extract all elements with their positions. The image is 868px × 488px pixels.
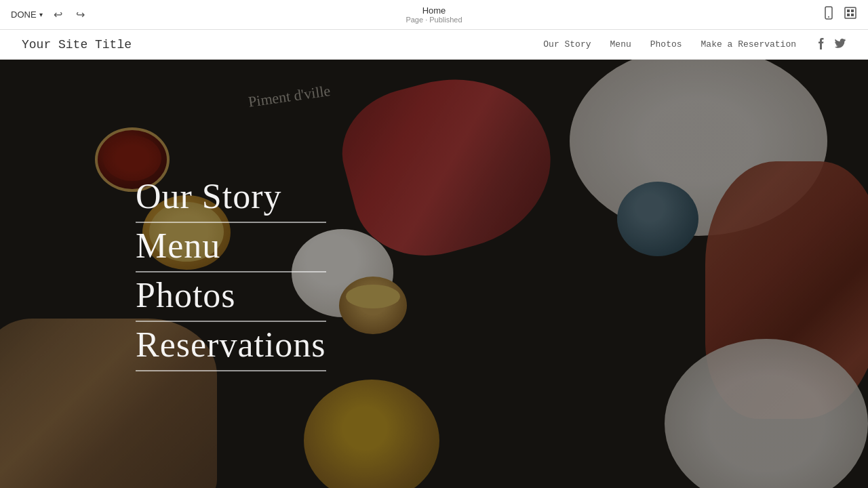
hero-overlay [0, 60, 868, 488]
twitter-icon[interactable] [834, 37, 846, 52]
page-status: Page · Published [406, 16, 462, 24]
hero-nav-menu[interactable]: Menu [136, 226, 326, 272]
svg-point-1 [828, 16, 829, 18]
svg-rect-4 [851, 9, 854, 12]
squarespace-icon[interactable] [844, 6, 857, 23]
site-nav: Our Story Menu Photos Make a Reservation [543, 37, 846, 52]
svg-rect-5 [847, 14, 850, 16]
svg-rect-3 [847, 9, 850, 12]
done-chevron: ▾ [39, 11, 43, 18]
done-button[interactable]: DONE ▾ [11, 9, 43, 20]
redo-button[interactable]: ↪ [73, 5, 87, 24]
mobile-preview-icon[interactable] [822, 6, 835, 23]
nav-item-photos[interactable]: Photos [650, 39, 682, 49]
editor-toolbar: DONE ▾ ↩ ↪ Home Page · Published [0, 0, 868, 30]
nav-item-menu[interactable]: Menu [610, 39, 631, 49]
hero-section: Piment d'ville Our Story Menu Photos Res… [0, 60, 868, 488]
page-title: Home [406, 5, 462, 16]
facebook-icon[interactable] [815, 37, 827, 52]
social-icons [815, 37, 846, 52]
undo-button[interactable]: ↩ [51, 5, 65, 24]
site-title[interactable]: Your Site Title [22, 38, 132, 52]
svg-rect-6 [851, 14, 854, 16]
redo-icon: ↪ [76, 8, 85, 21]
hero-nav-reservations[interactable]: Reservations [136, 325, 326, 371]
nav-item-reservation[interactable]: Make a Reservation [701, 39, 796, 49]
toolbar-left: DONE ▾ ↩ ↪ [11, 5, 87, 24]
toolbar-center: Home Page · Published [406, 5, 462, 24]
svg-rect-2 [845, 7, 856, 18]
toolbar-right [822, 6, 857, 23]
hero-nav-our-story[interactable]: Our Story [136, 176, 326, 223]
nav-item-our-story[interactable]: Our Story [543, 39, 591, 49]
done-label: DONE [11, 9, 37, 20]
hero-navigation: Our Story Menu Photos Reservations [136, 176, 326, 371]
site-header: Your Site Title Our Story Menu Photos Ma… [0, 30, 868, 60]
undo-icon: ↩ [54, 8, 62, 21]
hero-nav-photos[interactable]: Photos [136, 275, 326, 322]
